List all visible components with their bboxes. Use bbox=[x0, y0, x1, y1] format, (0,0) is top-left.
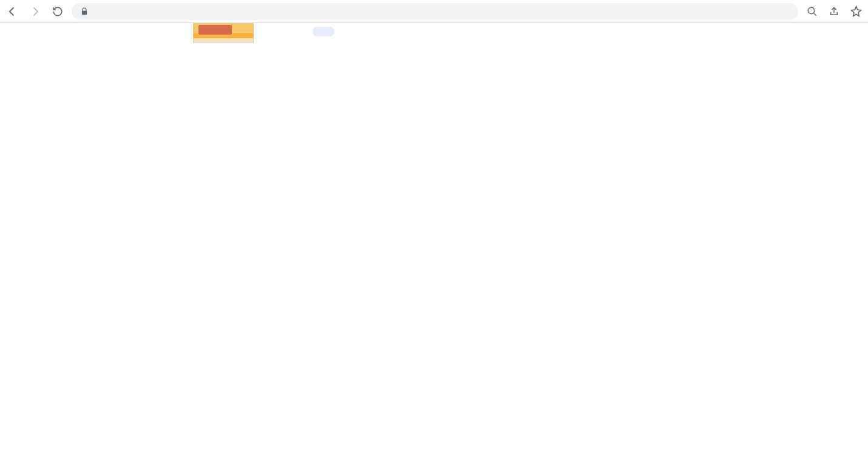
course-thumbnail bbox=[193, 23, 254, 42]
sidebar bbox=[0, 23, 313, 100]
zoom-icon[interactable] bbox=[807, 6, 818, 17]
reload-icon[interactable] bbox=[52, 6, 63, 17]
main-content bbox=[313, 23, 868, 100]
svg-point-0 bbox=[808, 7, 815, 14]
star-icon[interactable] bbox=[850, 5, 862, 17]
check-training-button[interactable] bbox=[313, 27, 334, 36]
forward-icon[interactable] bbox=[29, 5, 41, 18]
address-bar[interactable] bbox=[72, 3, 798, 20]
browser-toolbar bbox=[0, 0, 868, 23]
toolbar-right-icons bbox=[807, 5, 862, 17]
share-icon[interactable] bbox=[829, 6, 839, 17]
nav-arrows bbox=[6, 5, 63, 18]
page-content bbox=[0, 23, 868, 100]
lock-icon bbox=[80, 7, 89, 16]
back-icon[interactable] bbox=[6, 5, 18, 18]
